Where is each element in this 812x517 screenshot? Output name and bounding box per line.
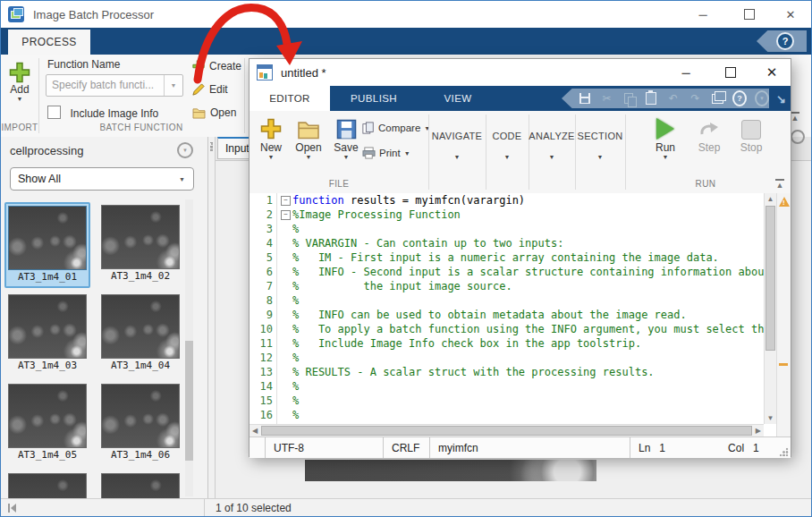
warning-icon[interactable]: [779, 197, 790, 207]
add-dropdown-icon: ▼: [1, 96, 38, 102]
group-section[interactable]: SECTION ▼: [575, 111, 625, 179]
run-button[interactable]: Run ▼: [647, 114, 683, 160]
editor-open-button[interactable]: Open ▼: [291, 114, 326, 160]
code-line[interactable]: 14%: [250, 379, 764, 394]
scroll-left-icon[interactable]: ◀: [252, 427, 258, 435]
undo-icon[interactable]: ↶: [666, 91, 681, 106]
step-button[interactable]: Step: [689, 114, 729, 154]
thumbnail-label: AT3_1m4_05: [8, 448, 87, 462]
redo-icon[interactable]: ↷: [689, 91, 703, 106]
thumbnail-AT3_1m4_06[interactable]: AT3_1m4_06: [101, 384, 183, 473]
editor-maximize-button[interactable]: [715, 59, 746, 86]
compare-button[interactable]: Compare ▼: [362, 122, 430, 134]
more-options-icon[interactable]: ▼: [755, 91, 769, 106]
new-button[interactable]: New ▼: [253, 114, 289, 160]
thumbnail-partial[interactable]: [101, 473, 183, 498]
edit-button[interactable]: Edit: [192, 83, 228, 96]
open-button[interactable]: Open: [192, 106, 236, 119]
warning-marker[interactable]: [779, 363, 788, 366]
thumbnail-partial[interactable]: [8, 473, 90, 498]
code-line[interactable]: 4% VARARGIN - Can contain up to two inpu…: [250, 236, 764, 250]
dock-icon[interactable]: ↘: [776, 92, 786, 106]
tab-editor[interactable]: EDITOR: [250, 86, 330, 111]
code-line[interactable]: 11% Include Image Info check box in the …: [250, 336, 764, 351]
resize-grip[interactable]: [780, 447, 789, 456]
editor-close-button[interactable]: ✕: [757, 59, 787, 86]
thumbnail-AT3_1m4_03[interactable]: AT3_1m4_03: [8, 294, 90, 384]
stop-button[interactable]: Stop: [732, 114, 770, 154]
copy-icon[interactable]: [622, 91, 636, 106]
code-line[interactable]: 2−%Image Processing Function: [250, 208, 764, 222]
scroll-down-icon[interactable]: ▼: [765, 414, 776, 422]
code-text: % the input image source.: [292, 279, 764, 293]
group-code[interactable]: CODE ▼: [486, 111, 529, 179]
help-icon[interactable]: ?: [732, 91, 747, 106]
code-line[interactable]: 5% IM - First input is a numeric array c…: [250, 250, 764, 265]
print-button[interactable]: Print ▼: [362, 147, 410, 159]
tab-publish[interactable]: PUBLISH: [330, 86, 418, 111]
vertical-scrollbar[interactable]: ▲ ▼: [764, 193, 776, 424]
code-line[interactable]: 7% the input image source.: [250, 279, 764, 293]
thumbnail-AT3_1m4_05[interactable]: AT3_1m4_05: [8, 384, 90, 473]
code-line[interactable]: 6% INFO - Second input is a scalar struc…: [250, 265, 764, 279]
scroll-right-icon[interactable]: ▶: [756, 427, 761, 435]
code-line[interactable]: 8%: [250, 293, 764, 308]
include-image-info-checkbox[interactable]: Include Image Info: [47, 105, 158, 121]
save-icon[interactable]: [578, 91, 592, 106]
code-line[interactable]: 3%: [250, 222, 764, 236]
code-line[interactable]: 10% To apply a batch function using the …: [250, 322, 764, 336]
add-plus-icon: [9, 62, 30, 83]
paste-icon[interactable]: [644, 91, 658, 106]
editor-minimize-button[interactable]: ─: [671, 59, 701, 86]
browser-scrollbar[interactable]: [185, 199, 193, 496]
thumbnail-AT3_1m4_04[interactable]: AT3_1m4_04: [101, 294, 183, 384]
collection-collapse-icon[interactable]: ▼: [177, 142, 193, 158]
code-label: CODE: [493, 131, 522, 141]
scroll-up-icon[interactable]: ▲: [765, 195, 776, 203]
analyze-label: ANALYZE: [529, 131, 574, 141]
code-line[interactable]: 12%: [250, 351, 764, 365]
thumbnail-image: [8, 206, 87, 270]
browser-scrollbar-thumb[interactable]: [185, 341, 193, 461]
vertical-scrollbar-thumb[interactable]: [765, 206, 775, 351]
app-close-button[interactable]: ✕: [775, 1, 806, 28]
app-maximize-button[interactable]: [734, 1, 765, 28]
code-text: % VARARGIN - Can contain up to two input…: [292, 236, 764, 250]
editor-ribbon-collapse-icon[interactable]: ▲: [775, 179, 784, 190]
folder-icon: [192, 107, 206, 119]
compare-icon: [362, 122, 375, 134]
app-minimize-button[interactable]: ─: [688, 1, 718, 28]
thumbnail-AT3_1m4_01[interactable]: AT3_1m4_01: [8, 205, 90, 294]
code-line[interactable]: 16%: [250, 408, 764, 422]
horizontal-scrollbar[interactable]: ◀ ▶: [250, 424, 764, 436]
save-button[interactable]: Save ▼: [328, 114, 364, 160]
code-line[interactable]: 13% RESULTS - A scalar struct with the p…: [250, 365, 764, 379]
app-help-button[interactable]: ?: [757, 30, 807, 52]
code-line[interactable]: 9% INFO can be used to obtain metadata a…: [250, 308, 764, 322]
function-name-label: Function Name: [47, 58, 120, 71]
panel-splitter[interactable]: [208, 137, 216, 498]
group-analyze[interactable]: ANALYZE ▼: [529, 111, 575, 179]
help-icon: ?: [776, 32, 794, 50]
collapse-left-icon[interactable]: [8, 504, 16, 513]
editor-toolbar: New ▼ Open ▼ Save ▼ Compare ▼ Print: [250, 111, 791, 194]
create-button[interactable]: Create: [192, 60, 241, 72]
navigate-dropdown-icon: ▼: [453, 154, 460, 160]
switch-windows-icon[interactable]: [710, 91, 724, 106]
app-ribbon-collapse-icon[interactable]: ▲: [791, 112, 799, 123]
tab-view[interactable]: VIEW: [418, 86, 498, 111]
horizontal-scrollbar-thumb[interactable]: [261, 426, 752, 436]
group-navigate[interactable]: NAVIGATE ▼: [428, 111, 486, 179]
cut-icon[interactable]: ✂: [600, 91, 614, 106]
navigate-label: NAVIGATE: [432, 131, 482, 141]
thumbnail-label: AT3_1m4_03: [8, 359, 87, 373]
code-editor[interactable]: 1−function results = myimfcn(varargin)2−…: [250, 193, 764, 424]
batch-function-combo[interactable]: Specify batch functi... ▼: [46, 74, 183, 97]
filter-dropdown[interactable]: Show All ▼: [10, 167, 194, 191]
add-button[interactable]: Add ▼: [1, 56, 38, 102]
tab-process[interactable]: PROCESS: [8, 30, 90, 55]
code-line[interactable]: 15%: [250, 394, 764, 408]
collapsed-panel-icon[interactable]: [791, 130, 805, 144]
thumbnail-AT3_1m4_02[interactable]: AT3_1m4_02: [101, 205, 183, 294]
code-line[interactable]: 1−function results = myimfcn(varargin): [250, 193, 764, 208]
